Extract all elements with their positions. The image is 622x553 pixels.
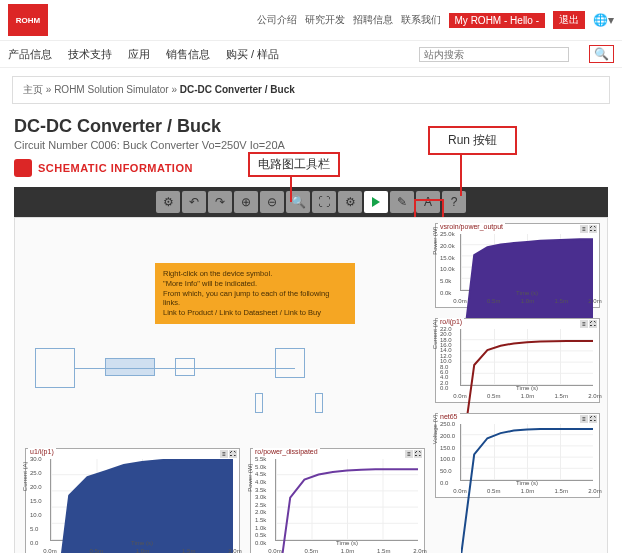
logout-button[interactable]: 退出	[553, 11, 585, 29]
xtick: 2.0m	[588, 488, 601, 494]
chart-title: ro/i(p1)	[438, 318, 464, 325]
search-input[interactable]	[424, 49, 564, 60]
breadcrumb-sep: »	[46, 84, 52, 95]
callout-toolbar: 电路图工具栏	[248, 152, 340, 177]
schematic-info-link[interactable]: SCHEMATIC INFORMATION	[38, 162, 193, 174]
chart-vsroin[interactable]: vsroin/power_output ≡⛶ Time (s) Power (W…	[435, 223, 600, 308]
ytick: 50.0	[440, 468, 452, 474]
nav-sales[interactable]: 销售信息	[166, 47, 210, 62]
expand-button[interactable]: ⛶	[312, 191, 336, 213]
top-link-rd[interactable]: 研究开发	[305, 13, 345, 27]
ytick: 15.0	[30, 498, 42, 504]
myrohm-badge[interactable]: My ROHM - Hello -	[449, 13, 545, 28]
text-button[interactable]: A	[416, 191, 440, 213]
chart-net65[interactable]: net65 ≡⛶ Time (s) Voltage (V)0.050.0100.…	[435, 413, 600, 498]
page-subtitle: Circuit Number C006: Buck Converter Vo=2…	[14, 139, 608, 151]
xtick: 1.5m	[555, 393, 568, 399]
axis-y-label: Power (W)	[432, 226, 438, 254]
pdf-icon[interactable]	[14, 159, 32, 177]
chart-u1ip1[interactable]: u1/i(p1) ≡⛶ Time (s) Current (A)0.05.010…	[25, 448, 240, 553]
breadcrumb-home[interactable]: 主页	[23, 84, 43, 95]
nav-products[interactable]: 产品信息	[8, 47, 52, 62]
ytick: 22.0	[440, 326, 452, 332]
zoom-in-button[interactable]: ⊕	[234, 191, 258, 213]
ytick: 3.0k	[255, 494, 266, 500]
chart-title: net65	[438, 413, 460, 420]
redo-button[interactable]: ↷	[208, 191, 232, 213]
top-link-contact[interactable]: 联系我们	[401, 13, 441, 27]
search-button[interactable]: 🔍	[589, 45, 614, 63]
axis-x-label: Time (s)	[131, 540, 153, 546]
ytick: 4.5k	[255, 471, 266, 477]
info-line1: Right-click on the device symbol.	[163, 269, 347, 279]
top-link-company[interactable]: 公司介绍	[257, 13, 297, 27]
ytick: 8.0	[440, 364, 448, 370]
schematic-c1[interactable]	[255, 393, 263, 413]
schematic-canvas[interactable]: Right-click on the device symbol. "More …	[14, 217, 608, 553]
nav-buy[interactable]: 购买 / 样品	[226, 47, 279, 62]
breadcrumb-mid[interactable]: ROHM Solution Simulator	[54, 84, 168, 95]
xtick: 0.5m	[487, 488, 500, 494]
schematic-r1[interactable]	[175, 358, 195, 376]
xtick: 1.0m	[136, 548, 149, 553]
ytick: 0.0	[440, 480, 448, 486]
schematic-c2[interactable]	[315, 393, 323, 413]
ytick: 3.5k	[255, 487, 266, 493]
xtick: 2.0m	[588, 298, 601, 304]
schematic-mosfet[interactable]	[275, 348, 305, 378]
info-line3: From which, you can jump to each of the …	[163, 289, 347, 309]
xtick: 0.5m	[90, 548, 103, 553]
xtick: 1.5m	[555, 488, 568, 494]
xtick: 1.0m	[521, 298, 534, 304]
xtick: 1.0m	[341, 548, 354, 553]
zoom-out-button[interactable]: ⊖	[260, 191, 284, 213]
run-button[interactable]	[364, 191, 388, 213]
chart-title: vsroin/power_output	[438, 223, 505, 230]
schematic-opamp[interactable]	[35, 348, 75, 388]
chart-ropd[interactable]: ro/power_dissipated ≡⛶ Time (s) Power (W…	[250, 448, 425, 553]
ytick: 250.0	[440, 421, 455, 427]
axis-x-label: Time (s)	[336, 540, 358, 546]
nav-support[interactable]: 技术支持	[68, 47, 112, 62]
xtick: 1.5m	[377, 548, 390, 553]
myrohm-greeting: - Hello -	[504, 15, 539, 26]
ytick: 15.0k	[440, 255, 455, 261]
callout-run: Run 按钮	[428, 126, 517, 155]
ytick: 2.0	[440, 380, 448, 386]
xtick: 1.0m	[521, 393, 534, 399]
ytick: 12.0	[440, 353, 452, 359]
rohm-logo[interactable]: ROHM	[8, 4, 48, 36]
ytick: 4.0	[440, 374, 448, 380]
help-button[interactable]: ?	[442, 191, 466, 213]
ytick: 10.0	[440, 358, 452, 364]
ytick: 25.0k	[440, 231, 455, 237]
undo-button[interactable]: ↶	[182, 191, 206, 213]
chart-roip1[interactable]: ro/i(p1) ≡⛶ Time (s) Current (A)0.02.04.…	[435, 318, 600, 403]
gear-button[interactable]: ⚙	[156, 191, 180, 213]
xtick: 0.5m	[305, 548, 318, 553]
settings2-button[interactable]: ⚙	[338, 191, 362, 213]
xtick: 1.5m	[555, 298, 568, 304]
search-box	[419, 47, 569, 62]
xtick: 0.0m	[453, 488, 466, 494]
xtick: 2.0m	[588, 393, 601, 399]
ytick: 10.0	[30, 512, 42, 518]
xtick: 0.0m	[453, 393, 466, 399]
nav-apps[interactable]: 应用	[128, 47, 150, 62]
xtick: 0.0m	[453, 298, 466, 304]
info-line4: Link to Product / Link to Datasheet / Li…	[163, 308, 347, 318]
pencil-button[interactable]: ✎	[390, 191, 414, 213]
ytick: 0.5k	[255, 532, 266, 538]
ytick: 25.0	[30, 470, 42, 476]
axis-x-label: Time (s)	[516, 480, 538, 486]
page-title: DC-DC Converter / Buck	[14, 116, 608, 137]
ytick: 1.0k	[255, 525, 266, 531]
schematic-wire	[75, 368, 295, 369]
info-line2: "More Info" will be indicated.	[163, 279, 347, 289]
globe-icon[interactable]: 🌐▾	[593, 13, 614, 27]
xtick: 0.5m	[487, 298, 500, 304]
schematic-block1[interactable]	[105, 358, 155, 376]
ytick: 5.0	[30, 526, 38, 532]
ytick: 18.0	[440, 337, 452, 343]
top-link-careers[interactable]: 招聘信息	[353, 13, 393, 27]
